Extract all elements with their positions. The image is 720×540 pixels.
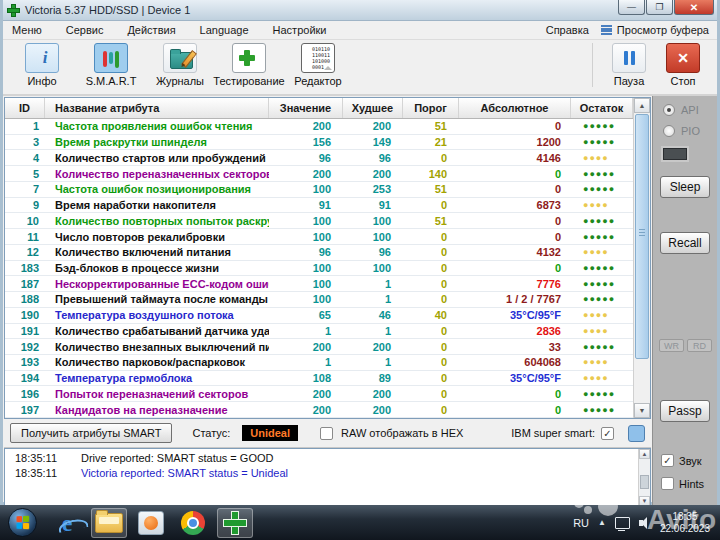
title-bar[interactable]: Victoria 5.37 HDD/SSD | Device 1 — ❐ ✕: [3, 0, 717, 21]
screen: Victoria 5.37 HDD/SSD | Device 1 — ❐ ✕ М…: [0, 0, 720, 540]
table-row[interactable]: 196 Попыток переназначений секторов 200 …: [5, 386, 633, 402]
cell-attribute-name: Количество включений питания: [45, 246, 269, 258]
menu-item-actions[interactable]: Действия: [115, 24, 187, 36]
table-row[interactable]: 188 Превышений таймаута после команды 10…: [5, 292, 633, 308]
cell-health-dots: ●●●●●: [571, 405, 633, 415]
table-row[interactable]: 10 Количество повторных попыток раскрутк…: [5, 213, 633, 229]
buffer-view-button[interactable]: Просмотр буфера: [601, 24, 717, 36]
minimize-button[interactable]: —: [618, 0, 645, 15]
wr-rd-group: WR RD: [659, 339, 712, 352]
log-scrollbar[interactable]: ▲ ▼: [638, 449, 650, 506]
toolbar-button[interactable]: Редактор: [285, 43, 351, 87]
sound-checkbox[interactable]: ✓: [661, 454, 674, 467]
cell-health-dots: ●●●●●: [571, 184, 633, 194]
header-remain[interactable]: Остаток: [571, 98, 633, 118]
sound-label: Звук: [679, 455, 702, 467]
header-threshold[interactable]: Порог: [403, 98, 459, 118]
restore-button[interactable]: ❐: [646, 0, 673, 15]
table-row[interactable]: 192 Количество внезапных выключений пита…: [5, 339, 633, 355]
api-radio-row[interactable]: API: [663, 104, 699, 116]
cell-absolute: 4132: [459, 246, 571, 258]
ie-taskbar-button[interactable]: e: [49, 508, 85, 538]
sleep-button[interactable]: Sleep: [660, 176, 710, 198]
cell-worst: 89: [343, 372, 403, 384]
cell-value: 200: [269, 388, 343, 400]
network-icon[interactable]: [615, 517, 630, 529]
toolbar-button[interactable]: Журналы: [147, 43, 213, 87]
hints-checkbox[interactable]: [661, 477, 674, 490]
recall-button[interactable]: Recall: [660, 232, 710, 254]
sound-checkbox-row[interactable]: ✓ Звук: [661, 454, 702, 467]
stop-button[interactable]: Стоп: [657, 43, 709, 87]
language-indicator[interactable]: RU: [573, 517, 589, 529]
cell-id: 12: [5, 246, 45, 258]
table-row[interactable]: 191 Количество срабатываний датчика удар…: [5, 324, 633, 340]
raw-hex-checkbox[interactable]: [320, 427, 333, 440]
header-absolute[interactable]: Абсолютное: [459, 98, 571, 118]
table-row[interactable]: 7 Частота ошибок позиционирования 100 25…: [5, 182, 633, 198]
table-row[interactable]: 3 Время раскрутки шпинделя 156 149 21 12…: [5, 135, 633, 151]
pio-radio-icon[interactable]: [663, 125, 675, 137]
log-scrollbar-thumb[interactable]: [640, 475, 649, 489]
menu-item-service[interactable]: Сервис: [54, 24, 116, 36]
toolbar-button[interactable]: Инфо: [9, 43, 75, 87]
toolbar-button[interactable]: S.M.A.R.T: [78, 43, 144, 87]
scrollbar-thumb[interactable]: [635, 114, 649, 359]
left-column: ID Название атрибута Значение Худшее Пор…: [3, 96, 652, 507]
system-tray: RU ▲ 18:35 22.06.2023: [573, 511, 720, 535]
wmp-taskbar-button[interactable]: [133, 508, 169, 538]
table-row[interactable]: 9 Время наработки накопителя 91 91 0 687…: [5, 198, 633, 214]
tray-expand-icon[interactable]: ▲: [598, 518, 606, 527]
table-row[interactable]: 194 Температура гермоблока 108 89 0 35°C…: [5, 371, 633, 387]
table-row[interactable]: 12 Количество включений питания 96 96 0 …: [5, 245, 633, 261]
start-button[interactable]: [8, 508, 37, 537]
scroll-down-icon[interactable]: ▼: [634, 403, 650, 418]
get-smart-button[interactable]: Получить атрибуты SMART: [10, 423, 172, 443]
header-id[interactable]: ID: [5, 98, 45, 118]
window-buttons: — ❐ ✕: [617, 0, 714, 15]
scroll-up-icon[interactable]: ▲: [634, 98, 650, 113]
log-timestamp: 18:35:11: [15, 452, 73, 464]
cell-threshold: 0: [403, 293, 459, 305]
cell-value: 100: [269, 231, 343, 243]
pause-button[interactable]: Пауза: [603, 43, 655, 87]
header-value[interactable]: Значение: [269, 98, 343, 118]
ie-icon: e: [62, 511, 73, 535]
table-row[interactable]: 1 Частота проявления ошибок чтения 200 2…: [5, 119, 633, 135]
table-row[interactable]: 197 Кандидатов на переназначение 200 200…: [5, 402, 633, 418]
speaker-icon[interactable]: [639, 517, 651, 529]
menu-item-menu[interactable]: Меню: [3, 24, 54, 36]
hints-checkbox-row[interactable]: Hints: [661, 477, 704, 490]
table-row[interactable]: 4 Количество стартов или пробуждений 96 …: [5, 150, 633, 166]
header-worst[interactable]: Худшее: [343, 98, 403, 118]
wr-button[interactable]: WR: [659, 339, 684, 352]
cell-health-dots: ●●●●●: [571, 216, 633, 226]
pio-radio-row[interactable]: PIO: [663, 125, 700, 137]
table-row[interactable]: 5 Количество переназначенных секторов 20…: [5, 166, 633, 182]
menu-item-settings[interactable]: Настройки: [261, 24, 339, 36]
table-scrollbar[interactable]: ▲ ▼: [633, 98, 650, 418]
explorer-taskbar-button[interactable]: [91, 508, 127, 538]
header-name[interactable]: Название атрибута: [45, 98, 269, 118]
toolbar: Инфо S.M.A.R.T Журналы Тестирование: [3, 40, 717, 96]
log-scroll-up-icon[interactable]: ▲: [639, 449, 650, 459]
toolbar-button[interactable]: Тестирование: [216, 43, 282, 87]
passp-button[interactable]: Passp: [660, 400, 710, 422]
menu-item-language[interactable]: Language: [188, 24, 261, 36]
close-button[interactable]: ✕: [674, 0, 714, 15]
rd-button[interactable]: RD: [687, 339, 712, 352]
menu-item-help[interactable]: Справка: [534, 24, 601, 36]
ibm-smart-checkbox[interactable]: ✓: [601, 427, 614, 440]
table-row[interactable]: 190 Температура воздушного потока 65 46 …: [5, 308, 633, 324]
api-radio-icon[interactable]: [663, 104, 675, 116]
victoria-taskbar-button[interactable]: [217, 508, 253, 538]
table-row[interactable]: 193 Количество парковок/распарковок 1 1 …: [5, 355, 633, 371]
table-row[interactable]: 183 Бэд-блоков в процессе жизни 100 100 …: [5, 261, 633, 277]
chrome-taskbar-button[interactable]: [175, 508, 211, 538]
buffer-lines-icon: [601, 25, 612, 35]
cell-id: 11: [5, 231, 45, 243]
table-row[interactable]: 187 Нескорректированные ECC-кодом ошибки…: [5, 276, 633, 292]
table-row[interactable]: 11 Число повторов рекалибровки 100 100 0…: [5, 229, 633, 245]
tray-clock[interactable]: 18:35 22.06.2023: [660, 511, 714, 535]
smart-indicator-square[interactable]: [628, 425, 645, 442]
